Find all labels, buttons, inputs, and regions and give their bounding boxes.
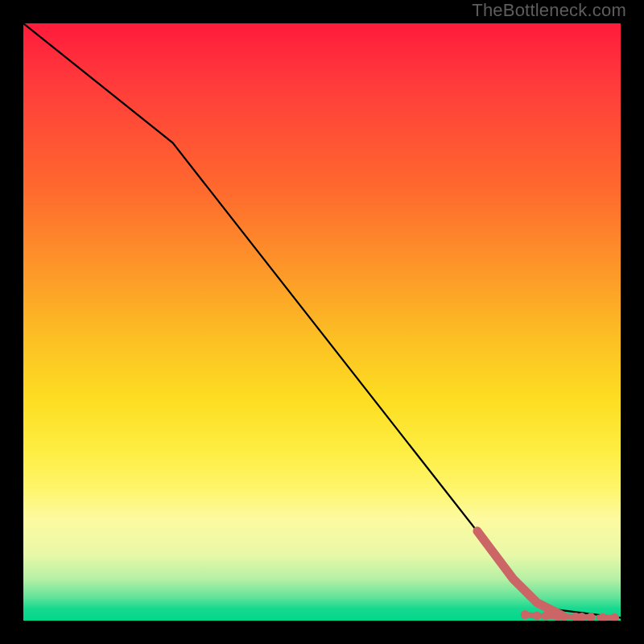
scatter-dot bbox=[598, 613, 607, 621]
gradient-plot-area bbox=[23, 23, 621, 621]
scatter-dot bbox=[572, 613, 580, 621]
watermark-text: TheBottleneck.com bbox=[472, 0, 626, 21]
scatter-dot bbox=[521, 610, 530, 619]
scatter-dot bbox=[577, 613, 586, 621]
scatter-connector bbox=[525, 615, 614, 618]
chart-stage: TheBottleneck.com bbox=[0, 0, 644, 644]
scatter-dot bbox=[542, 612, 551, 621]
curve-path bbox=[23, 23, 621, 617]
scatter-dot bbox=[533, 612, 542, 621]
chart-overlay-svg bbox=[23, 23, 621, 621]
highlight-path bbox=[477, 531, 561, 615]
scatter-dot bbox=[554, 612, 563, 621]
scatter-dot bbox=[559, 612, 568, 621]
scatter-dot bbox=[610, 613, 619, 621]
scatter-dots bbox=[521, 610, 619, 621]
bottleneck-curve bbox=[23, 23, 621, 617]
highlight-segment bbox=[477, 531, 561, 615]
scatter-dot bbox=[586, 613, 595, 621]
